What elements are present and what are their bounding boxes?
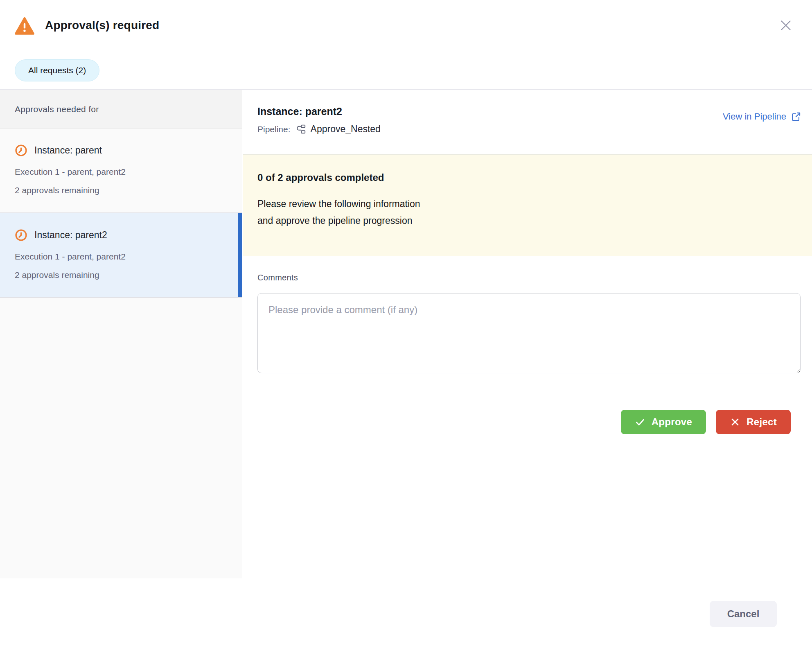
close-button[interactable] xyxy=(776,16,796,35)
pipeline-hierarchy-icon xyxy=(295,124,306,135)
item-title: Instance: parent2 xyxy=(34,230,107,241)
banner-message-line2: and approve the pipeline progression xyxy=(257,212,797,229)
approval-dialog: Approval(s) required All requests (2) Ap… xyxy=(0,0,812,650)
external-link-icon xyxy=(791,111,801,122)
requests-tab-row: All requests (2) xyxy=(0,52,812,90)
item-execution: Execution 1 - parent, parent2 xyxy=(15,252,227,262)
x-icon xyxy=(730,417,740,427)
approval-actions: Approve Reject xyxy=(243,394,812,434)
dialog-header: Approval(s) required xyxy=(0,0,812,51)
all-requests-tab[interactable]: All requests (2) xyxy=(15,59,99,81)
sidebar-heading: Approvals needed for xyxy=(0,90,242,129)
detail-header: Instance: parent2 Pipeline: Approve_Nest… xyxy=(243,90,812,154)
banner-message-line1: Please review the following information xyxy=(257,196,797,212)
clock-pending-icon xyxy=(15,229,27,241)
dialog-title: Approval(s) required xyxy=(45,19,159,32)
approvals-completed-heading: 0 of 2 approvals completed xyxy=(257,172,797,183)
item-approvals-remaining: 2 approvals remaining xyxy=(15,185,227,195)
item-title: Instance: parent xyxy=(34,145,102,156)
reject-label: Reject xyxy=(747,416,777,428)
item-approvals-remaining: 2 approvals remaining xyxy=(15,270,227,280)
warning-triangle-icon xyxy=(15,16,34,34)
close-icon xyxy=(778,18,793,33)
cancel-button[interactable]: Cancel xyxy=(710,601,777,627)
check-icon xyxy=(635,417,645,427)
approve-button[interactable]: Approve xyxy=(621,410,706,434)
item-execution: Execution 1 - parent, parent2 xyxy=(15,167,227,177)
approval-list-item-parent[interactable]: Instance: parent Execution 1 - parent, p… xyxy=(0,129,242,213)
approvals-sidebar: Approvals needed for Instance: parent Ex… xyxy=(0,90,242,578)
comments-section: Comments xyxy=(243,256,812,375)
clock-pending-icon xyxy=(15,144,27,157)
comment-input[interactable] xyxy=(257,293,801,373)
comments-label: Comments xyxy=(257,273,801,282)
pipeline-label: Pipeline: xyxy=(257,124,291,134)
approval-list-item-parent2[interactable]: Instance: parent2 Execution 1 - parent, … xyxy=(0,213,242,298)
view-in-pipeline-label: View in Pipeline xyxy=(723,111,786,122)
reject-button[interactable]: Reject xyxy=(716,410,791,434)
approval-status-banner: 0 of 2 approvals completed Please review… xyxy=(243,154,812,256)
approval-detail-panel: Instance: parent2 Pipeline: Approve_Nest… xyxy=(243,90,812,434)
view-in-pipeline-link[interactable]: View in Pipeline xyxy=(723,111,801,122)
approve-label: Approve xyxy=(652,416,692,428)
instance-title: Instance: parent2 xyxy=(257,106,797,117)
pipeline-name: Approve_Nested xyxy=(311,124,381,135)
